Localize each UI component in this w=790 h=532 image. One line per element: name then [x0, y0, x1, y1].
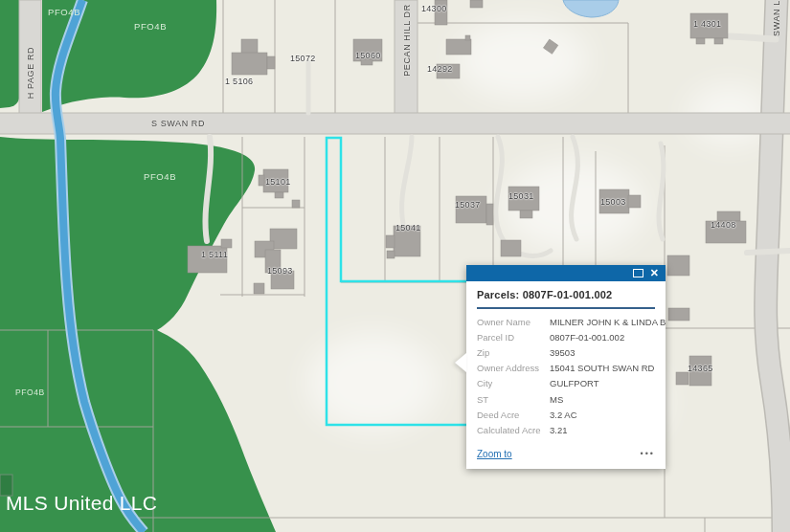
region-label: PFO4B — [144, 171, 176, 182]
field-label: Owner Address — [477, 363, 550, 373]
pond — [563, 0, 619, 17]
field-label: Parcel ID — [477, 332, 550, 343]
popup-footer: Zoom to ••• — [477, 449, 655, 459]
parcel-label: 14408 — [711, 220, 736, 230]
region-label: PFO4B — [48, 7, 80, 17]
field-label: City — [477, 378, 550, 388]
popup-titlebar: ✕ — [466, 265, 666, 281]
road-label-s-swan-rd: S SWAN RD — [151, 119, 205, 128]
attribute-row: City GULFPORT — [477, 376, 655, 391]
zoom-to-link[interactable]: Zoom to — [477, 449, 512, 459]
parcel-label: 15031 — [508, 191, 534, 201]
attribute-row: Zip 39503 — [477, 344, 655, 360]
parcel-label: 15072 — [290, 54, 316, 63]
map-viewer[interactable]: PFO4B PFO4B PFO4B PFO4B S SWAN RD H PAGE… — [0, 0, 790, 532]
field-value: GULFPORT — [550, 378, 599, 388]
field-value: 0807F-01-001.002 — [550, 332, 624, 343]
field-value: MS — [550, 394, 563, 405]
attribute-row: Deed Acre 3.2 AC — [477, 407, 655, 422]
road-label-h-page-rd: H PAGE RD — [26, 47, 35, 99]
attribute-row: ST MS — [477, 391, 655, 407]
field-value: MILNER JOHN K & LINDA B — [550, 317, 666, 327]
attribute-row: Parcel ID 0807F-01-001.002 — [477, 329, 655, 344]
field-value: 15041 SOUTH SWAN RD — [550, 363, 654, 373]
more-options-icon[interactable]: ••• — [641, 449, 655, 458]
field-label: ST — [477, 394, 550, 405]
field-label: Owner Name — [477, 317, 550, 327]
parcel-label: 14292 — [427, 64, 453, 74]
maximize-icon[interactable] — [633, 269, 643, 277]
popup-title: Parcels: 0807F-01-001.002 — [477, 289, 655, 300]
field-label: Zip — [477, 347, 550, 358]
parcel-label: 15037 — [455, 200, 481, 210]
parcel-label: 15060 — [355, 51, 381, 60]
parcel-label: 15101 — [265, 177, 291, 187]
map-canvas[interactable] — [0, 0, 790, 532]
region-label: PFO4B — [134, 21, 167, 32]
parcel-label: 15003 — [600, 197, 626, 207]
road-label-pecan-hill-dr: PECAN HILL DR — [402, 4, 412, 77]
parcel-label: 15041 — [395, 223, 421, 233]
region-label: PFO4B — [15, 388, 45, 397]
field-value: 39503 — [550, 347, 575, 358]
close-icon[interactable]: ✕ — [650, 268, 659, 278]
attribute-row: Owner Name MILNER JOHN K & LINDA B — [477, 314, 655, 329]
parcel-label: 1 5106 — [225, 77, 253, 86]
parcel-label: 1 4301 — [693, 19, 721, 29]
map-attribution: MLS United LLC — [6, 492, 157, 515]
attribute-row: Calculated Acre 3.21 — [477, 422, 655, 437]
parcel-info-popup: ✕ Parcels: 0807F-01-001.002 Owner Name M… — [466, 265, 666, 469]
field-value: 3.21 — [550, 425, 568, 435]
popup-callout-pointer — [455, 353, 466, 372]
attribute-list: Owner Name MILNER JOHN K & LINDA B Parce… — [477, 314, 655, 438]
road-label-swan-l: SWAN L — [772, 0, 781, 36]
popup-divider — [477, 307, 655, 309]
parcel-label: 15093 — [267, 266, 293, 276]
parcel-label: 14300 — [421, 4, 447, 13]
attribute-row: Owner Address 15041 SOUTH SWAN RD — [477, 361, 655, 376]
field-label: Calculated Acre — [477, 425, 550, 435]
field-value: 3.2 AC — [550, 410, 577, 420]
parcel-label: 14365 — [688, 364, 713, 373]
parcel-label: 1 5111 — [201, 250, 228, 259]
field-label: Deed Acre — [477, 410, 550, 420]
popup-body: Parcels: 0807F-01-001.002 Owner Name MIL… — [466, 281, 666, 469]
